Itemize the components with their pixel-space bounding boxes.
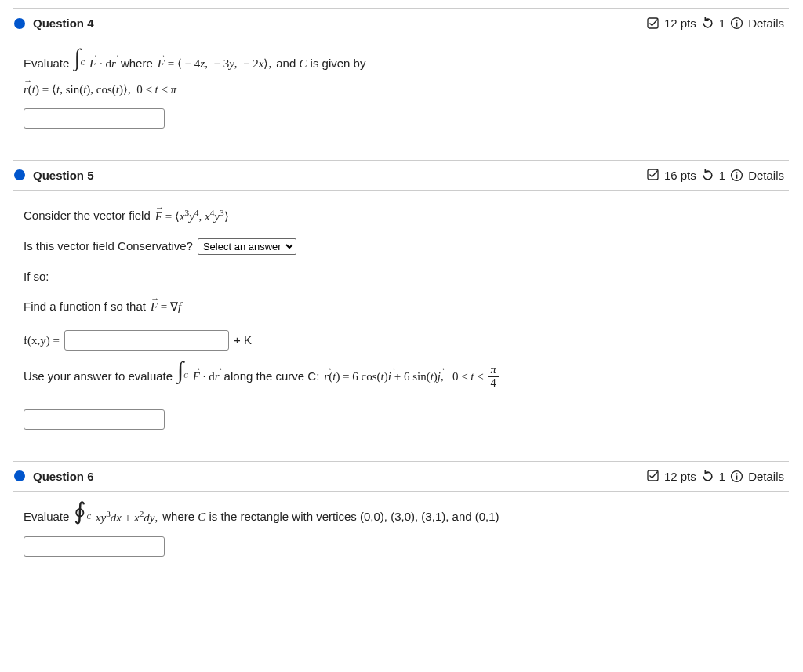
points-label: 12 pts — [664, 470, 696, 483]
text: where C is the rectangle with vertices (… — [162, 506, 499, 529]
question-6-meta: 12 pts 1 Details — [647, 470, 784, 483]
text: Is this vector field Conservative? — [24, 235, 193, 258]
svg-point-6 — [736, 172, 738, 173]
question-5-title: Question 5 — [33, 169, 94, 182]
text: Use your answer to evaluate — [24, 365, 173, 388]
details-link[interactable]: Details — [748, 470, 784, 483]
question-5-header: Question 5 16 pts 1 Details — [13, 161, 789, 191]
svg-rect-0 — [648, 18, 658, 28]
reset-icon[interactable] — [701, 169, 714, 182]
fxy-label: f(x,y) = — [24, 329, 60, 352]
text: Evaluate — [24, 506, 69, 529]
attempts-label: 1 — [719, 16, 725, 30]
conservative-select[interactable]: Select an answer — [198, 238, 296, 255]
reset-icon[interactable] — [701, 16, 714, 30]
svg-rect-3 — [736, 22, 738, 26]
text: along the curve C: — [224, 365, 320, 388]
checkbox-icon — [647, 17, 659, 30]
details-link[interactable]: Details — [748, 169, 784, 182]
text: If so: — [24, 266, 781, 289]
checkbox-icon — [647, 470, 659, 482]
svg-rect-8 — [648, 470, 658, 481]
attempts-label: 1 — [719, 169, 725, 182]
question-4-title: Question 4 — [33, 16, 94, 30]
question-6-title: Question 6 — [33, 470, 94, 483]
question-4-body: Evaluate ∫C F→ · dr→ where F→ = ⟨ − 4z, … — [13, 38, 789, 136]
svg-rect-11 — [736, 475, 738, 479]
status-dot-icon — [14, 169, 25, 180]
attempts-label: 1 — [719, 470, 725, 483]
question-4-meta: 12 pts 1 Details — [647, 16, 784, 30]
q6-answer-input[interactable] — [24, 536, 165, 557]
svg-point-2 — [736, 20, 738, 21]
text: where — [121, 53, 153, 75]
svg-rect-7 — [736, 174, 738, 178]
question-4: Question 4 12 pts 1 Details Evaluate ∫C … — [13, 8, 789, 136]
question-5-body: Consider the vector field F→ = ⟨x3y4, x4… — [13, 191, 789, 438]
text: Consider the vector field — [24, 205, 151, 227]
checkbox-icon — [647, 169, 659, 181]
info-icon[interactable] — [730, 16, 743, 30]
question-4-header: Question 4 12 pts 1 Details — [13, 9, 789, 38]
text: Find a function f so that — [24, 296, 146, 318]
q5-integral-input[interactable] — [24, 409, 165, 430]
info-icon[interactable] — [730, 470, 743, 483]
svg-point-10 — [736, 473, 738, 474]
points-label: 16 pts — [664, 169, 696, 182]
q4-answer-input[interactable] — [24, 108, 165, 129]
question-5-meta: 16 pts 1 Details — [647, 169, 784, 182]
question-6: Question 6 12 pts 1 Details Evaluate ∮C … — [13, 461, 789, 565]
text: Evaluate — [24, 53, 69, 75]
plus-k: + K — [234, 329, 252, 352]
frac-den: 4 — [488, 377, 498, 390]
details-link[interactable]: Details — [748, 16, 784, 30]
status-dot-icon — [14, 470, 25, 481]
points-label: 12 pts — [664, 16, 696, 30]
reset-icon[interactable] — [701, 470, 714, 483]
info-icon[interactable] — [730, 169, 743, 182]
svg-rect-4 — [648, 169, 658, 180]
frac-num: π — [488, 364, 498, 377]
question-6-header: Question 6 12 pts 1 Details — [13, 462, 789, 492]
q5-fxy-input[interactable] — [64, 330, 229, 351]
question-6-body: Evaluate ∮C xy3dx + x2dy, where C is the… — [13, 492, 789, 565]
question-5: Question 5 16 pts 1 Details Consider the… — [13, 160, 789, 438]
status-dot-icon — [14, 18, 25, 29]
